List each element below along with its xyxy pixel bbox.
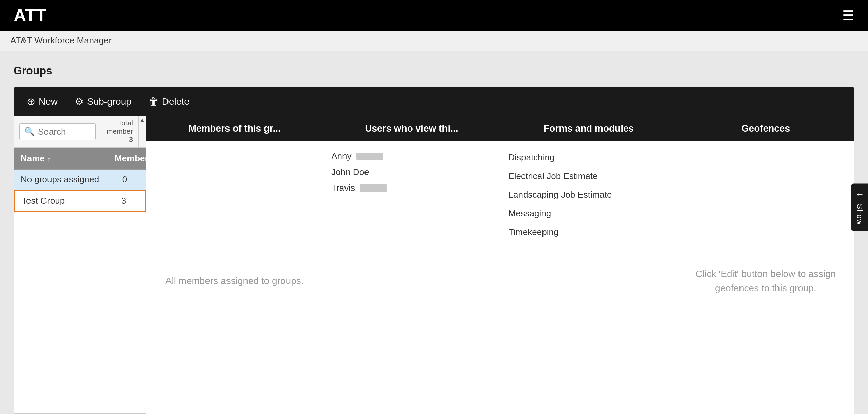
new-button[interactable]: ⊕ New bbox=[23, 94, 61, 110]
module-item: Electrical Job Estimate bbox=[509, 170, 669, 183]
top-navbar: ATT ☰ bbox=[0, 0, 868, 31]
search-input-wrap[interactable]: 🔍 bbox=[19, 123, 96, 140]
users-col: Users who view thi... Anny John Doe Trav… bbox=[323, 116, 500, 414]
user-item: Anny bbox=[331, 151, 492, 161]
members-center-text: All members assigned to groups. bbox=[154, 151, 315, 411]
row-name: Test Group bbox=[15, 191, 110, 211]
table-body: No groups assigned 0 Test Group 3 bbox=[14, 170, 146, 413]
users-col-body: Anny John Doe Travis bbox=[323, 141, 500, 414]
user-name: John Doe bbox=[331, 167, 369, 177]
subgroup-label: Sub-group bbox=[87, 96, 132, 107]
user-name-blur bbox=[356, 153, 383, 160]
new-label: New bbox=[39, 96, 58, 107]
user-item: John Doe bbox=[331, 167, 492, 177]
geofences-col: Geofences Click 'Edit' button below to a… bbox=[677, 116, 854, 414]
toolbar: ⊕ New ⚙ Sub-group 🗑 Delete bbox=[14, 87, 854, 116]
col-members-header: Member bbox=[111, 151, 138, 166]
members-col-header: Members of this gr... bbox=[146, 116, 323, 141]
geofences-col-body: Click 'Edit' button below to assign geof… bbox=[677, 141, 854, 414]
geofences-col-header: Geofences bbox=[677, 116, 854, 141]
user-name: Travis bbox=[331, 183, 355, 193]
content-area: Members of this gr... All members assign… bbox=[146, 116, 854, 414]
user-item: Travis bbox=[331, 183, 492, 193]
users-col-header: Users who view thi... bbox=[323, 116, 500, 141]
user-name: Anny bbox=[331, 151, 351, 161]
members-col: Members of this gr... All members assign… bbox=[146, 116, 323, 414]
page-title: Groups bbox=[14, 64, 854, 77]
geofences-center-text: Click 'Edit' button below to assign geof… bbox=[686, 151, 846, 411]
groups-body: 🔍 Total member 3 ▲ bbox=[14, 116, 854, 414]
subgroup-button[interactable]: ⚙ Sub-group bbox=[71, 94, 135, 110]
page-content: Groups ⊕ New ⚙ Sub-group 🗑 Delete bbox=[0, 51, 868, 414]
members-sublabel: member bbox=[107, 127, 133, 135]
scroll-up-icon[interactable]: ▲ bbox=[140, 117, 145, 123]
module-item: Dispatching bbox=[509, 151, 669, 164]
delete-label: Delete bbox=[162, 96, 190, 107]
table-row[interactable]: Test Group 3 bbox=[14, 190, 146, 212]
trash-icon: 🗑 bbox=[149, 96, 159, 107]
groups-panel: ⊕ New ⚙ Sub-group 🗑 Delete 🔍 bbox=[14, 87, 854, 414]
show-panel[interactable]: ← Show bbox=[851, 183, 868, 231]
module-item: Landscaping Job Estimate bbox=[509, 188, 669, 201]
members-col-body: All members assigned to groups. bbox=[146, 141, 323, 414]
forms-col-body: Dispatching Electrical Job Estimate Land… bbox=[500, 141, 677, 414]
sidebar: 🔍 Total member 3 ▲ bbox=[14, 116, 146, 414]
row-members: 0 bbox=[111, 170, 138, 190]
menu-icon[interactable]: ☰ bbox=[842, 7, 854, 23]
show-label: Show bbox=[855, 204, 864, 225]
module-item: Messaging bbox=[509, 207, 669, 220]
row-members: 3 bbox=[110, 191, 137, 211]
search-input[interactable] bbox=[38, 126, 91, 137]
plus-circle-icon: ⊕ bbox=[27, 96, 35, 107]
delete-button[interactable]: 🗑 Delete bbox=[145, 94, 193, 110]
module-item: Timekeeping bbox=[509, 225, 669, 239]
app-title: ATT bbox=[14, 5, 46, 25]
table-row[interactable]: No groups assigned 0 bbox=[14, 170, 146, 190]
subgroup-icon: ⚙ bbox=[75, 96, 84, 107]
row-name: No groups assigned bbox=[14, 170, 111, 190]
total-count: 3 bbox=[129, 135, 133, 144]
forms-col: Forms and modules Dispatching Electrical… bbox=[500, 116, 677, 414]
total-label: Total bbox=[118, 119, 133, 127]
forms-col-header: Forms and modules bbox=[500, 116, 677, 141]
search-icon: 🔍 bbox=[24, 127, 35, 136]
show-arrow-icon: ← bbox=[855, 189, 864, 200]
breadcrumb: AT&T Workforce Manager bbox=[0, 31, 868, 51]
user-name-blur bbox=[360, 184, 387, 192]
col-name-header: Name ↑ bbox=[14, 151, 111, 166]
table-header: Name ↑ Member bbox=[14, 148, 146, 170]
